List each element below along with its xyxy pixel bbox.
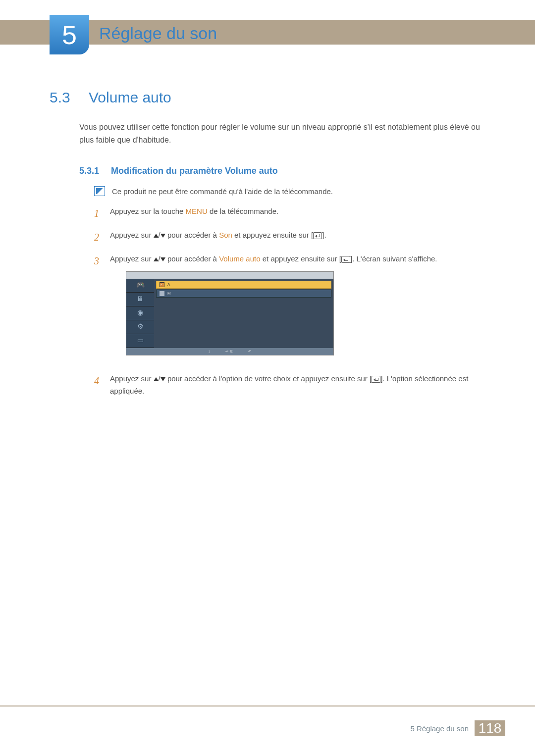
section-intro: Vous pouvez utiliser cette fonction pour…: [79, 121, 485, 146]
osd-main: 🎮 🖥 ◉ ⚙ ▭ ✓ A: [126, 279, 333, 348]
section-title: Volume auto: [89, 89, 171, 106]
osd-sidebar-icon: ◉: [126, 306, 154, 320]
up-arrow-icon: [154, 234, 159, 238]
subsection-title: Modification du paramètre Volume auto: [111, 166, 278, 176]
osd-titlebar: [126, 272, 333, 279]
keyword-menu: MENU: [186, 207, 208, 215]
up-arrow-icon: [154, 377, 159, 381]
up-arrow-icon: [154, 257, 159, 261]
section-number: 5.3: [50, 89, 77, 106]
osd-sidebar-icon: ▭: [126, 334, 154, 348]
osd-blank-icon: [160, 291, 164, 296]
osd-row: M: [156, 290, 331, 298]
chapter-number-tab: 5: [50, 15, 89, 54]
step-4: 4 Appuyez sur / pour accéder à l'option …: [94, 372, 485, 398]
osd-row-selected: ✓ A: [156, 281, 331, 289]
note: Ce produit ne peut être commandé qu'à l'…: [94, 186, 485, 196]
step-2: 2 Appuyez sur / pour accéder à Son et ap…: [94, 229, 485, 246]
step-body: Appuyez sur / pour accéder à l'option de…: [110, 372, 485, 398]
osd-row-label: A: [167, 281, 171, 288]
step-body: Appuyez sur la touche MENU de la télécom…: [110, 205, 485, 222]
subsection-heading: 5.3.1 Modification du paramètre Volume a…: [79, 166, 485, 176]
step-number: 1: [94, 205, 101, 222]
page-content: 5.3 Volume auto Vous pouvez utiliser cet…: [50, 89, 485, 404]
osd-check-icon: ✓: [160, 282, 164, 287]
osd-row-label: M: [167, 290, 172, 297]
step-body: Appuyez sur / pour accéder à Son et appu…: [110, 229, 485, 246]
step-3: 3 Appuyez sur / pour accéder à Volume au…: [94, 252, 485, 365]
keyword-volume-auto: Volume auto: [219, 254, 260, 263]
osd-hint-enter: E: [225, 349, 233, 354]
footer-divider: [0, 706, 535, 706]
down-arrow-icon: [160, 377, 165, 381]
osd-hintbar: E: [126, 348, 333, 355]
steps-list: 1 Appuyez sur la touche MENU de la téléc…: [94, 205, 485, 398]
note-icon: [94, 186, 105, 196]
keyword-son: Son: [219, 231, 232, 239]
osd-body: ✓ A M: [154, 279, 333, 348]
step-number: 2: [94, 229, 101, 246]
note-text: Ce produit ne peut être commandé qu'à l'…: [112, 187, 333, 196]
step-number: 3: [94, 252, 101, 365]
down-arrow-icon: [160, 257, 165, 261]
osd-hint-return: [248, 349, 252, 354]
osd-sidebar: 🎮 🖥 ◉ ⚙ ▭: [126, 279, 154, 348]
footer: 5 Réglage du son 118: [410, 720, 505, 736]
osd-sidebar-icon: ⚙: [126, 320, 154, 334]
subsection-number: 5.3.1: [79, 166, 99, 176]
chapter-title: Réglage du son: [99, 24, 217, 43]
enter-icon: [372, 376, 380, 383]
osd-hint-move: [208, 349, 211, 354]
enter-icon: [313, 232, 322, 239]
osd-screenshot: 🎮 🖥 ◉ ⚙ ▭ ✓ A: [126, 271, 334, 355]
footer-label: 5 Réglage du son: [410, 720, 475, 736]
chapter-number: 5: [62, 19, 77, 50]
osd-sidebar-icon: 🎮: [126, 279, 154, 293]
down-arrow-icon: [160, 234, 165, 238]
osd-sidebar-icon: 🖥: [126, 293, 154, 306]
step-1: 1 Appuyez sur la touche MENU de la téléc…: [94, 205, 485, 222]
enter-icon: [341, 256, 350, 263]
step-number: 4: [94, 372, 101, 398]
page-number: 118: [475, 720, 505, 736]
section-heading: 5.3 Volume auto: [50, 89, 485, 106]
step-body: Appuyez sur / pour accéder à Volume auto…: [110, 252, 485, 365]
